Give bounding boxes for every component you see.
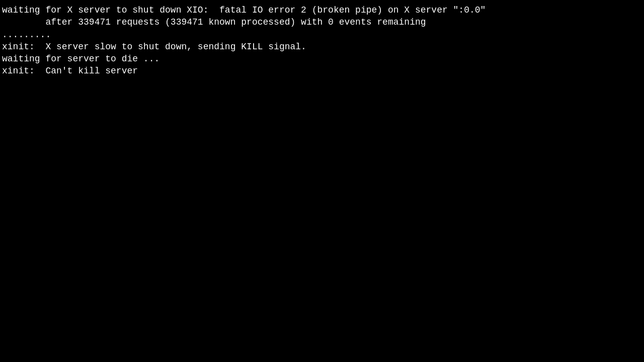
terminal-line-3: .........	[2, 30, 51, 40]
terminal-line-4: xinit: X server slow to shut down, sendi…	[2, 42, 306, 52]
terminal-line-5: waiting for server to die ...	[2, 54, 159, 64]
terminal-line-1: waiting for X server to shut down XIO: f…	[2, 5, 486, 15]
terminal-line-6: xinit: Can't kill server	[2, 66, 138, 76]
terminal-output: waiting for X server to shut down XIO: f…	[0, 0, 644, 362]
terminal-line-2: after 339471 requests (339471 known proc…	[2, 17, 426, 27]
